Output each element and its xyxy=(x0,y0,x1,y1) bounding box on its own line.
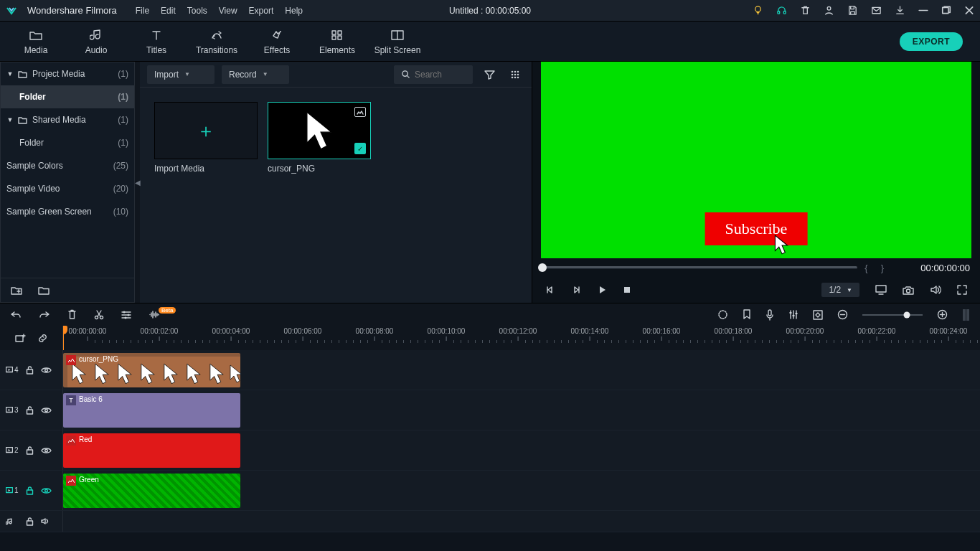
mark-brackets[interactable]: {} xyxy=(864,263,897,273)
import-dropdown[interactable]: Import▼ xyxy=(147,65,215,84)
play-button[interactable] xyxy=(597,285,607,295)
filter-icon[interactable] xyxy=(480,65,499,84)
marker-icon[interactable] xyxy=(743,309,751,320)
sidebar-item-folder[interactable]: Folder (1) xyxy=(1,131,134,154)
lock-icon[interactable] xyxy=(26,405,34,415)
timeline-ruler[interactable]: 00:00:00:0000:00:02:0000:00:04:0000:00:0… xyxy=(63,326,980,350)
fullscreen-icon[interactable] xyxy=(957,285,967,295)
split-button[interactable] xyxy=(94,309,104,320)
stop-button[interactable] xyxy=(623,286,631,294)
track-head-1[interactable]: 1 xyxy=(0,471,63,510)
menu-view[interactable]: View xyxy=(219,6,237,16)
headphones-icon[interactable] xyxy=(776,5,787,16)
link-icon[interactable] xyxy=(37,333,48,344)
search-icon xyxy=(401,70,410,79)
menu-export[interactable]: Export xyxy=(249,6,274,16)
menu-file[interactable]: File xyxy=(136,6,149,16)
tab-titles[interactable]: Titles xyxy=(126,25,187,58)
eye-icon[interactable] xyxy=(41,487,52,494)
volume-icon[interactable] xyxy=(930,285,941,295)
minimize-button[interactable] xyxy=(918,6,928,16)
clip-cursor[interactable]: cursor_PNG xyxy=(63,353,240,387)
lock-icon[interactable] xyxy=(26,446,34,455)
svg-rect-39 xyxy=(966,309,969,321)
zoom-fit-button[interactable] xyxy=(962,309,970,321)
search-field[interactable] xyxy=(394,65,473,84)
preview-quality-dropdown[interactable]: 1/2▼ xyxy=(821,283,859,297)
scrub-knob[interactable] xyxy=(538,263,547,272)
folder-open-icon[interactable] xyxy=(38,286,50,295)
chevron-down-icon: ▼ xyxy=(6,116,14,123)
zoom-out-button[interactable] xyxy=(837,309,848,320)
trash-icon[interactable] xyxy=(800,5,811,16)
tab-media[interactable]: Media xyxy=(6,25,66,58)
eye-icon[interactable] xyxy=(41,367,52,374)
sidebar-item-shared-media[interactable]: ▼ Shared Media (1) xyxy=(1,108,134,131)
clip-basic6[interactable]: T Basic 6 xyxy=(63,393,240,428)
menu-edit[interactable]: Edit xyxy=(161,6,176,16)
clip-red[interactable]: Red xyxy=(63,433,240,468)
adjust-button[interactable] xyxy=(121,310,131,319)
idea-icon[interactable] xyxy=(753,5,763,16)
voiceover-icon[interactable] xyxy=(765,309,774,321)
tab-transitions[interactable]: Transitions xyxy=(187,25,247,58)
keyframe-icon[interactable] xyxy=(813,310,823,320)
redo-button[interactable] xyxy=(39,310,50,320)
sidebar-item-sample-video[interactable]: Sample Video (20) xyxy=(1,177,134,200)
track-head-4[interactable]: 4 xyxy=(0,350,63,390)
menu-help[interactable]: Help xyxy=(285,6,303,16)
sidebar-resize-handle[interactable]: ◀ xyxy=(135,62,140,303)
zoom-slider[interactable] xyxy=(862,314,923,316)
search-input[interactable] xyxy=(415,70,465,80)
tab-elements[interactable]: Elements xyxy=(307,25,367,58)
tab-effects[interactable]: Effects xyxy=(247,25,307,58)
save-icon[interactable] xyxy=(847,5,858,16)
next-frame-button[interactable] xyxy=(571,285,581,295)
lock-icon[interactable] xyxy=(26,486,34,495)
mute-icon[interactable] xyxy=(41,517,51,525)
audio-wave-button[interactable]: Beta xyxy=(149,310,179,319)
preview-canvas[interactable]: Subscribe xyxy=(541,62,971,258)
zoom-in-button[interactable] xyxy=(937,309,948,320)
download-icon[interactable] xyxy=(895,5,905,16)
track-head-3[interactable]: 3 xyxy=(0,390,63,430)
sidebar-item-sample-green-screen[interactable]: Sample Green Screen (10) xyxy=(1,200,134,223)
tab-audio[interactable]: Audio xyxy=(66,25,126,58)
snapshot-icon[interactable] xyxy=(903,286,914,295)
eye-icon[interactable] xyxy=(41,447,52,454)
app-logo xyxy=(6,5,17,17)
new-folder-icon[interactable] xyxy=(11,286,22,295)
menu-tools[interactable]: Tools xyxy=(187,6,207,16)
scrub-bar[interactable] xyxy=(542,266,857,269)
record-dropdown[interactable]: Record▼ xyxy=(222,65,289,84)
sidebar-item-folder-active[interactable]: Folder (1) xyxy=(1,85,134,108)
mixer-icon[interactable] xyxy=(788,309,798,320)
import-media-tile[interactable]: ＋ Import Media xyxy=(154,102,258,174)
delete-button[interactable] xyxy=(67,309,77,320)
sidebar-item-sample-colors[interactable]: Sample Colors (25) xyxy=(1,154,134,177)
lock-icon[interactable] xyxy=(26,365,34,375)
track-head-audio[interactable] xyxy=(0,511,63,532)
account-icon[interactable] xyxy=(824,5,834,16)
undo-button[interactable] xyxy=(10,310,22,320)
timeline-add-icon[interactable] xyxy=(15,334,26,343)
mail-icon[interactable] xyxy=(871,5,882,16)
svg-rect-23 xyxy=(876,286,886,292)
display-icon[interactable] xyxy=(875,285,887,295)
render-icon[interactable] xyxy=(717,309,728,320)
tab-split-screen[interactable]: Split Screen xyxy=(367,25,428,58)
check-icon: ✓ xyxy=(354,143,366,154)
maximize-button[interactable] xyxy=(941,6,951,16)
close-button[interactable] xyxy=(964,6,974,16)
grid-view-icon[interactable] xyxy=(506,65,524,84)
track-head-2[interactable]: 2 xyxy=(0,430,63,470)
lock-icon[interactable] xyxy=(26,517,34,526)
sidebar-item-project-media[interactable]: ▼ Project Media (1) xyxy=(1,62,134,85)
svg-point-13 xyxy=(512,70,514,72)
eye-icon[interactable] xyxy=(41,407,52,414)
export-button[interactable]: EXPORT xyxy=(900,32,963,51)
playhead[interactable] xyxy=(63,326,64,350)
prev-frame-button[interactable] xyxy=(545,285,555,295)
media-thumb-cursor[interactable]: ✓ cursor_PNG xyxy=(268,102,371,174)
clip-green[interactable]: Green xyxy=(63,474,240,508)
